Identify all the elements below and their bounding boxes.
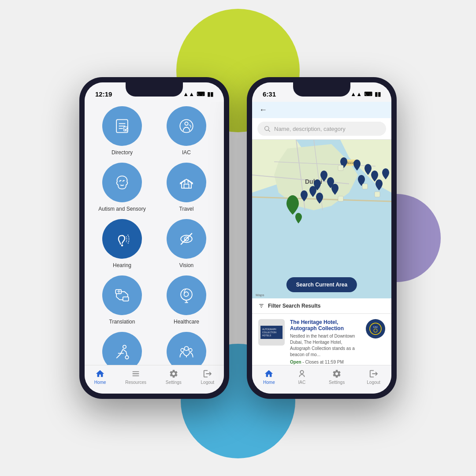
nav-settings-label: Settings <box>166 380 182 385</box>
icon-hearing[interactable] <box>102 219 142 259</box>
nav2-iac-label: IAC <box>298 380 306 385</box>
svg-rect-38 <box>338 196 343 201</box>
nav2-settings[interactable]: Settings <box>329 369 345 385</box>
label-directory: Directory <box>112 149 133 156</box>
svg-rect-35 <box>338 165 343 171</box>
nav-resources-label: Resources <box>125 380 146 385</box>
phone-2-notch <box>293 82 350 97</box>
nav2-settings-label: Settings <box>329 380 345 385</box>
phone-2-bottom-nav: Home IAC Settings Logout <box>252 365 391 394</box>
svg-rect-13 <box>123 297 129 301</box>
nav2-logout[interactable]: Logout <box>367 369 380 385</box>
phone-1-bottom-nav: Home Resources Settings Logout <box>85 365 224 394</box>
phone-2-status-icons: ▲▲ ⌨ ▮▮ <box>350 91 381 97</box>
icon-directory[interactable] <box>102 106 142 146</box>
nav-settings[interactable]: Settings <box>166 369 182 385</box>
label-autism: Autism and Sensory <box>98 206 145 212</box>
battery-icon: ▮▮ <box>207 91 213 97</box>
svg-point-21 <box>184 346 188 350</box>
svg-point-6 <box>185 122 188 125</box>
battery-icon-2: ▮▮ <box>375 91 381 97</box>
label-travel: Travel <box>179 206 194 212</box>
icon-vision[interactable] <box>167 219 206 259</box>
grid-item-hearing[interactable]: Hearing <box>93 219 151 268</box>
icon-mobility[interactable] <box>102 332 142 365</box>
label-iac: IAC <box>182 149 191 156</box>
icon-iac[interactable] <box>167 106 206 146</box>
svg-point-22 <box>181 349 184 352</box>
phone-2-content: Dubai S116 <box>252 140 391 365</box>
result-title-1: The Heritage Hotel, Autograph Collection <box>290 319 361 331</box>
phone-2-time: 6:31 <box>263 90 276 98</box>
nav-home[interactable]: Home <box>94 369 106 385</box>
phone-1-time: 12:19 <box>95 90 112 98</box>
nav2-iac[interactable]: IAC <box>297 369 307 385</box>
map-svg: Dubai S116 <box>252 140 391 298</box>
search-area-button[interactable]: Search Current Area <box>286 277 357 292</box>
search-icon <box>264 125 271 132</box>
svg-text:Maps: Maps <box>256 293 264 297</box>
nav-logout[interactable]: Logout <box>201 369 215 385</box>
svg-point-23 <box>189 349 192 352</box>
nav-logout-label: Logout <box>201 380 215 385</box>
result-item-1[interactable]: AUTOGRAPH COLLECTION HOTELS The Heritage… <box>252 314 391 365</box>
grid-item-autism[interactable]: Autism and Sensory <box>93 163 151 212</box>
results-list: AUTOGRAPH COLLECTION HOTELS The Heritage… <box>252 314 391 365</box>
label-translation: Translation <box>109 319 135 325</box>
map-area[interactable]: Dubai S116 <box>252 140 391 298</box>
svg-point-8 <box>121 244 123 246</box>
svg-rect-36 <box>375 192 380 197</box>
svg-point-55 <box>300 371 303 374</box>
phone-1-status-icons: ▲▲ ⌨ ▮▮ <box>183 91 213 97</box>
grid-item-translation[interactable]: Translation <box>93 275 151 325</box>
grid-item-travel[interactable]: Travel <box>158 163 215 212</box>
grid-item-employment[interactable]: Employment <box>158 332 215 365</box>
svg-point-24 <box>265 126 269 130</box>
search-container: Name, description, category <box>252 118 391 140</box>
filter-bar: Filter Search Results <box>252 298 391 314</box>
phone-2-screen: 6:31 ▲▲ ⌨ ▮▮ ← Name, description, catego… <box>252 82 391 394</box>
icon-autism[interactable] <box>102 163 142 202</box>
nav2-home[interactable]: Home <box>263 369 275 385</box>
wifi-icon-2: ⌨ <box>364 91 372 97</box>
svg-point-16 <box>181 289 192 300</box>
search-bar[interactable]: Name, description, category <box>257 122 386 136</box>
result-open-1: Open <box>290 360 301 364</box>
back-button[interactable]: ← <box>259 105 267 114</box>
result-status-1: Open - Closes at 11:59 PM <box>290 360 361 364</box>
icon-travel[interactable] <box>167 163 206 202</box>
grid-item-iac[interactable]: IAC <box>158 106 215 156</box>
nav-resources[interactable]: Resources <box>125 369 146 385</box>
logo-autograph: AUTOGRAPH COLLECTION HOTELS <box>260 326 283 339</box>
phone-1: 12:19 ▲▲ ⌨ ▮▮ Directory <box>79 77 229 399</box>
nav2-logout-label: Logout <box>367 380 380 385</box>
svg-text:AUTOGRAPH: AUTOGRAPH <box>262 328 276 331</box>
svg-text:HOTELS: HOTELS <box>262 334 271 337</box>
svg-line-25 <box>268 130 270 132</box>
grid-item-directory[interactable]: Directory <box>93 106 151 156</box>
result-desc-1: Nestled in the heart of Downtown Dubai, … <box>290 333 361 358</box>
grid-item-healthcare[interactable]: Healthcare <box>158 275 215 325</box>
label-vision: Vision <box>179 262 193 268</box>
app-grid: Directory IAC Autism and S <box>93 106 215 365</box>
signal-icon: ▲▲ <box>183 91 194 97</box>
icon-employment[interactable] <box>167 332 206 365</box>
phones-container: 12:19 ▲▲ ⌨ ▮▮ Directory <box>79 77 397 399</box>
svg-point-49 <box>374 329 377 332</box>
icon-translation[interactable] <box>102 275 142 315</box>
phone-1-notch <box>126 82 183 97</box>
svg-point-20 <box>125 356 128 359</box>
wifi-icon: ⌨ <box>197 91 205 97</box>
nav-home-label: Home <box>94 380 106 385</box>
icon-healthcare[interactable] <box>167 275 206 315</box>
svg-rect-12 <box>115 290 121 294</box>
label-healthcare: Healthcare <box>174 319 199 325</box>
result-close-1: - Closes at 11:59 PM <box>302 360 343 364</box>
grid-item-mobility[interactable]: Mobility <box>93 332 151 365</box>
svg-point-19 <box>123 345 126 348</box>
signal-icon-2: ▲▲ <box>350 91 362 97</box>
svg-rect-37 <box>362 184 368 189</box>
search-placeholder: Name, description, category <box>274 126 346 132</box>
grid-item-vision[interactable]: Vision <box>158 219 215 268</box>
cac-badge: CAC <box>369 323 382 335</box>
